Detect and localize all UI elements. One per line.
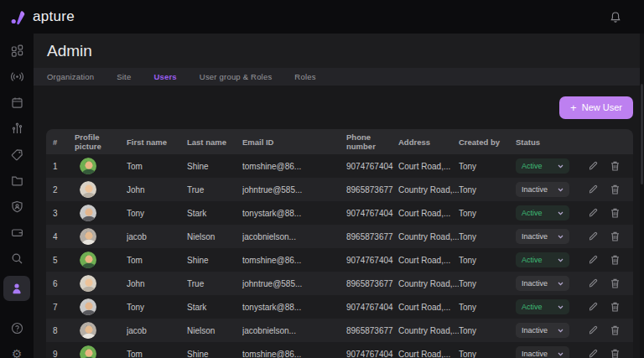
first-name-cell: Tom bbox=[127, 256, 187, 265]
delete-trash-icon[interactable] bbox=[610, 278, 620, 289]
tab-site[interactable]: Site bbox=[117, 72, 131, 81]
status-label: Active bbox=[522, 209, 543, 217]
tab-bar: OrganizationSiteUsersUser group & RolesR… bbox=[34, 68, 644, 86]
profile-picture-cell bbox=[75, 298, 127, 315]
search-icon[interactable] bbox=[5, 250, 29, 267]
delete-trash-icon[interactable] bbox=[610, 207, 620, 219]
delete-trash-icon[interactable] bbox=[610, 160, 620, 172]
settings-gear-icon[interactable]: ⚙ bbox=[5, 345, 29, 358]
status-dropdown[interactable]: Inactive bbox=[516, 182, 569, 197]
phone-cell: 9074767404 bbox=[346, 162, 398, 171]
tab-users[interactable]: Users bbox=[153, 72, 176, 81]
created-by-cell: Tony bbox=[459, 232, 516, 241]
dashboard-grid-icon[interactable] bbox=[5, 42, 29, 59]
column-header: Created by bbox=[459, 137, 516, 147]
users-icon bbox=[10, 282, 23, 295]
last-name-cell: Stark bbox=[187, 303, 242, 312]
notifications-bell-icon[interactable] bbox=[608, 9, 623, 24]
first-name-cell: Tom bbox=[127, 350, 187, 358]
sidebar-item-users[interactable] bbox=[3, 276, 30, 301]
users-table: #Profile pictureFirst nameLast nameEmail… bbox=[46, 129, 633, 358]
edit-pencil-icon[interactable] bbox=[589, 254, 598, 266]
profile-picture-cell bbox=[75, 252, 127, 268]
profile-picture-cell bbox=[75, 181, 127, 198]
sidebar-nav: ⚙ bbox=[0, 34, 34, 358]
last-name-cell: Nielson bbox=[187, 326, 242, 335]
delete-trash-icon[interactable] bbox=[610, 254, 620, 266]
scrollbar[interactable] bbox=[640, 34, 644, 358]
email-cell: johntrue@585... bbox=[242, 279, 346, 288]
delete-trash-icon[interactable] bbox=[610, 301, 620, 313]
row-actions bbox=[589, 254, 625, 266]
status-cell: Active bbox=[516, 205, 589, 221]
status-dropdown[interactable]: Active bbox=[516, 252, 569, 267]
toolbar: + New User bbox=[34, 86, 644, 129]
first-name-cell: Tom bbox=[127, 162, 187, 171]
phone-cell: 9074767404 bbox=[346, 209, 398, 218]
column-header: Status bbox=[516, 137, 589, 147]
row-avatar bbox=[80, 275, 96, 292]
edit-pencil-icon[interactable] bbox=[589, 207, 598, 219]
profile-picture-cell bbox=[75, 275, 127, 292]
brand-name: apture bbox=[33, 8, 75, 25]
delete-trash-icon[interactable] bbox=[610, 184, 620, 195]
status-dropdown[interactable]: Inactive bbox=[516, 323, 569, 338]
row-number: 6 bbox=[53, 279, 75, 288]
row-actions bbox=[589, 301, 625, 313]
address-cell: Court Road,... bbox=[398, 256, 459, 265]
row-actions bbox=[589, 184, 625, 195]
edit-pencil-icon[interactable] bbox=[589, 324, 598, 336]
row-number: 1 bbox=[53, 162, 75, 171]
delete-trash-icon[interactable] bbox=[610, 348, 620, 358]
status-label: Inactive bbox=[522, 232, 548, 241]
created-by-cell: Tony bbox=[459, 209, 516, 218]
tab-organization[interactable]: Organization bbox=[47, 72, 94, 81]
chevron-down-icon bbox=[558, 352, 564, 356]
status-dropdown[interactable]: Active bbox=[516, 205, 569, 221]
email-cell: tomshine@86... bbox=[242, 350, 346, 358]
row-actions bbox=[589, 348, 625, 358]
phone-cell: 8965873677 bbox=[346, 185, 398, 195]
tab-roles[interactable]: Roles bbox=[294, 72, 315, 81]
chevron-down-icon bbox=[558, 188, 564, 192]
delete-trash-icon[interactable] bbox=[610, 324, 620, 336]
status-dropdown[interactable]: Active bbox=[516, 299, 569, 314]
scrollbar-thumb[interactable] bbox=[641, 84, 643, 184]
row-avatar bbox=[80, 228, 96, 245]
bar-chart-icon[interactable] bbox=[5, 120, 29, 137]
edit-pencil-icon[interactable] bbox=[589, 184, 598, 195]
shield-icon[interactable] bbox=[5, 198, 29, 215]
gear-glyph: ⚙ bbox=[12, 348, 23, 358]
wallet-icon[interactable] bbox=[5, 224, 29, 241]
tab-user-group-roles[interactable]: User group & Roles bbox=[200, 72, 273, 81]
edit-pencil-icon[interactable] bbox=[589, 278, 598, 289]
row-avatar bbox=[80, 298, 96, 315]
chevron-down-icon bbox=[558, 258, 564, 262]
status-dropdown[interactable]: Inactive bbox=[516, 229, 569, 244]
status-dropdown[interactable]: Active bbox=[516, 158, 569, 174]
tag-icon[interactable] bbox=[5, 146, 29, 163]
broadcast-icon[interactable] bbox=[5, 68, 29, 85]
status-cell: Inactive bbox=[516, 276, 589, 291]
first-name-cell: Tony bbox=[127, 303, 187, 312]
edit-pencil-icon[interactable] bbox=[589, 160, 598, 172]
help-icon[interactable] bbox=[5, 319, 29, 336]
column-header: Address bbox=[398, 137, 459, 147]
email-cell: tonystark@88... bbox=[242, 303, 346, 312]
edit-pencil-icon[interactable] bbox=[589, 231, 598, 242]
chevron-down-icon bbox=[558, 211, 564, 215]
edit-pencil-icon[interactable] bbox=[589, 348, 598, 358]
delete-trash-icon[interactable] bbox=[610, 231, 620, 242]
edit-pencil-icon[interactable] bbox=[589, 301, 598, 313]
calendar-icon[interactable] bbox=[5, 94, 29, 111]
folder-icon[interactable] bbox=[5, 172, 29, 189]
profile-picture-cell bbox=[75, 158, 127, 174]
row-actions bbox=[589, 324, 625, 336]
status-dropdown[interactable]: Inactive bbox=[516, 276, 569, 291]
phone-cell: 9074767404 bbox=[346, 303, 398, 312]
row-avatar bbox=[80, 322, 96, 339]
created-by-cell: Tony bbox=[459, 185, 516, 195]
table-row: 4 jacob Nielson jacobnielson... 89658736… bbox=[46, 225, 633, 248]
status-dropdown[interactable]: Inactive bbox=[516, 346, 569, 358]
new-user-button[interactable]: + New User bbox=[559, 96, 633, 119]
